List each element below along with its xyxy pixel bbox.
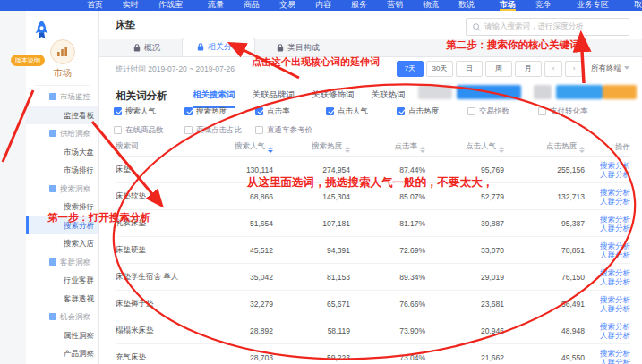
nav-item[interactable]: 流量 — [198, 0, 234, 11]
link-crowd-analysis[interactable]: 人群分析 — [585, 197, 630, 206]
pager-next-button[interactable]: › — [565, 61, 583, 77]
sidebar-item[interactable]: 市场监控 — [26, 88, 98, 106]
date-range-button[interactable]: 月 — [515, 61, 542, 77]
link-crowd-analysis[interactable]: 人群分析 — [585, 331, 630, 340]
cell-search-heat: 59,223 — [273, 353, 350, 362]
nav-item[interactable]: 内容 — [305, 0, 341, 11]
nav-item[interactable]: 实时 — [113, 0, 149, 11]
metric-checkbox[interactable]: 交易指数 — [467, 106, 538, 117]
terminal-dropdown[interactable]: 所有终端 — [591, 63, 629, 74]
metric-checkbox[interactable]: 支付转化率 — [538, 106, 609, 117]
nav-item[interactable]: 首页 — [77, 0, 113, 11]
checkbox-icon[interactable] — [114, 126, 122, 134]
subtab[interactable]: 关联品牌词 — [253, 89, 295, 108]
link-crowd-analysis[interactable]: 人群分析 — [585, 304, 630, 313]
nav-item[interactable]: 数说 — [449, 0, 484, 11]
link-crowd-analysis[interactable]: 人群分析 — [585, 250, 630, 259]
link-search-analysis[interactable]: 搜索分析 — [585, 215, 630, 224]
nav-item[interactable]: 竞争 — [526, 0, 561, 11]
cell-keyword: 床垫褥子垫 — [116, 299, 198, 309]
search-input[interactable]: 请输入搜索词，进行深度分析 — [466, 18, 629, 36]
link-search-analysis[interactable]: 搜索分析 — [585, 322, 630, 331]
col-header-search-heat[interactable]: 搜索热度 — [273, 141, 350, 153]
sidebar-item[interactable]: 搜索洞察 — [26, 180, 98, 199]
link-search-analysis[interactable]: 搜索分析 — [585, 268, 630, 277]
sidebar-item[interactable]: 产品洞察 — [26, 344, 98, 363]
metric-checkbox[interactable]: 搜索热度 — [184, 106, 255, 117]
col-header-click-heat[interactable]: 点击热度 — [504, 141, 585, 153]
sidebar-item[interactable]: 行业客群 — [26, 271, 98, 290]
metric-checkbox[interactable]: 点击人气 — [326, 106, 397, 117]
subtab[interactable]: 关联修饰词 — [312, 89, 355, 108]
subtab[interactable]: 相关搜索词 — [193, 89, 235, 108]
metric-checkbox[interactable]: 直通车参考价 — [255, 125, 326, 136]
rocket-icon[interactable] — [30, 20, 54, 45]
link-search-analysis[interactable]: 搜索分析 — [585, 295, 630, 304]
link-search-analysis[interactable]: 搜索分析 — [585, 188, 630, 197]
checkbox-icon[interactable] — [397, 107, 405, 115]
sidebar-item[interactable]: 搜索排行 — [26, 198, 98, 216]
link-crowd-analysis[interactable]: 人群分析 — [585, 277, 630, 286]
date-range-button[interactable]: 日 — [456, 61, 483, 77]
col-header-click-popularity[interactable]: 点击人气 — [425, 141, 504, 153]
metric-checkbox[interactable]: 点击率 — [255, 106, 326, 117]
nav-item[interactable]: 市场 — [490, 0, 526, 11]
link-search-analysis[interactable]: 搜索分析 — [585, 349, 630, 358]
sidebar-item[interactable]: 搜索入店 — [26, 234, 98, 253]
sidebar-item[interactable]: 搜索分析 — [26, 216, 98, 235]
link-crowd-analysis[interactable]: 人群分析 — [585, 170, 630, 179]
date-range-button[interactable]: 30天 — [426, 61, 453, 77]
col-header-keyword[interactable]: 搜索词 — [116, 141, 198, 152]
pager-prev-button[interactable]: ‹ — [544, 61, 562, 77]
checkbox-icon[interactable] — [255, 107, 263, 115]
checkbox-icon[interactable] — [255, 126, 263, 134]
tab[interactable]: 概况 — [119, 39, 175, 56]
sidebar-item[interactable]: 市场大盘 — [26, 143, 98, 162]
sidebar-item[interactable]: 客群透视 — [26, 290, 98, 309]
metric-checkbox[interactable]: 在线商品数 — [114, 125, 184, 136]
nav-item[interactable]: 商品 — [234, 0, 270, 11]
date-range-button[interactable]: 周 — [485, 61, 512, 77]
nav-item[interactable]: 服务 — [341, 0, 377, 11]
sidebar-item[interactable]: 属性洞察 — [26, 326, 98, 345]
cell-actions: 搜索分析 人群分析 — [585, 322, 630, 340]
sidebar-item[interactable]: 市场排行 — [26, 161, 98, 180]
nav-item[interactable]: 作战室 — [149, 0, 193, 11]
sidebar-divider — [35, 85, 90, 86]
checkbox-icon[interactable] — [538, 107, 546, 115]
col-header-search-popularity[interactable]: 搜索人气 — [198, 141, 273, 153]
link-search-analysis[interactable]: 搜索分析 — [585, 241, 630, 250]
nav-item[interactable]: 取数 — [624, 0, 642, 11]
checkbox-icon[interactable] — [114, 107, 122, 115]
nav-item[interactable]: 营销 — [377, 0, 413, 11]
section-title: 相关词分析 — [116, 89, 167, 103]
nav-item[interactable]: 交易 — [270, 0, 305, 11]
folder-icon — [49, 313, 56, 320]
sidebar-item[interactable]: 供给洞察 — [26, 124, 98, 143]
checkbox-icon[interactable] — [184, 107, 193, 115]
col-header-ctr[interactable]: 点击率 — [350, 141, 425, 153]
checkbox-icon[interactable] — [184, 126, 193, 134]
link-crowd-analysis[interactable]: 人群分析 — [585, 358, 630, 364]
checkbox-icon[interactable] — [326, 107, 334, 115]
date-range-button[interactable]: 7天 — [397, 61, 424, 77]
version-badge[interactable]: 版本说明 — [11, 55, 45, 66]
sidebar-item[interactable]: 机会洞察 — [26, 308, 98, 326]
checkbox-icon[interactable] — [467, 107, 475, 115]
sidebar-item[interactable]: 客群洞察 — [26, 253, 98, 272]
nav-item[interactable]: 物流 — [413, 0, 449, 11]
stat-time: 统计时间 2019-07-20 ~ 2019-07-26 — [116, 64, 235, 75]
cell-search-heat: 65,671 — [273, 300, 350, 309]
metric-checkbox[interactable]: 点击热度 — [397, 106, 467, 117]
subtab[interactable]: 关联热词 — [372, 89, 406, 108]
tab[interactable]: 类目构成 — [262, 39, 334, 56]
metric-checkbox[interactable]: 搜索人气 — [114, 106, 184, 117]
nav-item[interactable]: 业务专区 — [567, 0, 619, 11]
link-search-analysis[interactable]: 搜索分析 — [585, 161, 630, 170]
tab[interactable]: 相关分析 — [182, 38, 255, 56]
cell-click-heat: 76,150 — [504, 273, 585, 282]
link-crowd-analysis[interactable]: 人群分析 — [585, 224, 630, 233]
metric-checkbox[interactable]: 商城点击占比 — [184, 125, 255, 136]
cell-keyword: 充气床垫 — [116, 352, 198, 363]
sidebar-item[interactable]: 监控看板 — [26, 106, 98, 125]
